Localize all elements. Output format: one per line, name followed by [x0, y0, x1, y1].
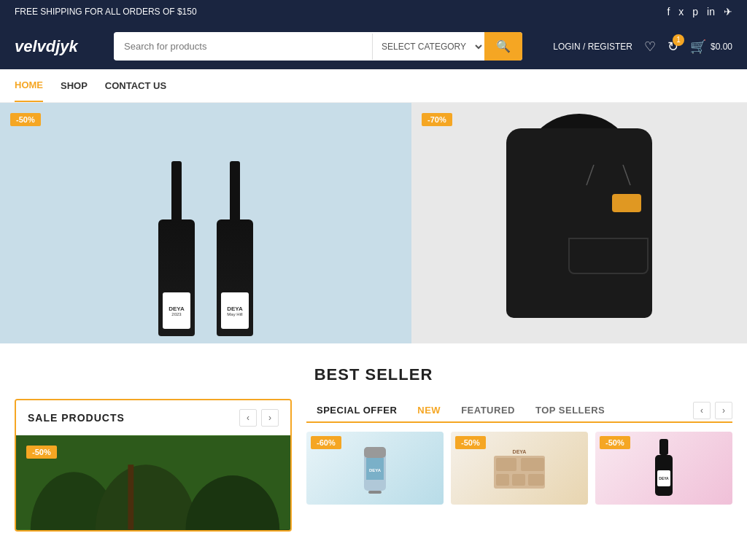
- wine-bottles: DEYA 2023 DEYA May Hill: [151, 161, 260, 343]
- hero-right-badge: -70%: [422, 113, 452, 126]
- tab-special-offer[interactable]: SPECIAL OFFER: [306, 399, 407, 423]
- svg-line-1: [623, 165, 630, 185]
- main-nav: HOME SHOP CONTACT US: [0, 69, 747, 103]
- search-bar: SELECT CATEGORY 🔍: [114, 32, 522, 61]
- svg-text:DEYA: DEYA: [513, 449, 527, 454]
- svg-rect-6: [128, 464, 133, 529]
- hero-section: -50% DEYA 2023 DEYA May Hill: [0, 103, 747, 343]
- header-actions: LOGIN / REGISTER ♡ ↻ 1 🛒 $0.00: [553, 39, 732, 55]
- hoodie-pocket: [568, 238, 649, 274]
- product-2-badge: -50%: [455, 436, 486, 449]
- tab-top-sellers[interactable]: TOP SELLERS: [525, 399, 615, 421]
- hero-left-badge: -50%: [10, 113, 41, 126]
- search-button[interactable]: 🔍: [484, 32, 522, 61]
- nav-item-shop[interactable]: SHOP: [61, 70, 88, 101]
- sale-products-panel: SALE PRODUCTS ‹ › -50%: [15, 399, 292, 532]
- bottle-neck-1: [171, 161, 182, 219]
- product-card-2[interactable]: -50% DEYA: [451, 432, 588, 505]
- special-offer-arrows: ‹ ›: [693, 402, 732, 419]
- cart-button[interactable]: 🛒 $0.00: [690, 39, 732, 55]
- product-card-1[interactable]: -60% DEYA: [306, 432, 444, 505]
- nav-item-contact[interactable]: CONTACT US: [105, 70, 166, 101]
- search-input[interactable]: [114, 34, 372, 59]
- svg-rect-13: [496, 458, 516, 471]
- cart-icon: 🛒: [690, 39, 706, 55]
- chocolate-svg: DEYA: [490, 445, 549, 492]
- login-register-link[interactable]: LOGIN / REGISTER: [553, 42, 632, 52]
- hoodie-logo-badge: [612, 194, 641, 212]
- compare-button[interactable]: ↻ 1: [667, 39, 678, 55]
- bottle-body-1: DEYA 2023: [158, 219, 195, 336]
- sale-products-title: SALE PRODUCTS: [28, 412, 125, 424]
- tab-new[interactable]: NEW: [407, 399, 451, 421]
- svg-rect-17: [528, 474, 544, 486]
- svg-text:DEYA: DEYA: [369, 468, 382, 472]
- hoodie-image: [477, 114, 681, 332]
- top-bar: FREE SHIPPING FOR ALL ORDERS OF $150 f x…: [0, 0, 747, 23]
- product-cards: -60% DEYA -50%: [306, 432, 732, 505]
- sale-products-nav: ‹ ›: [239, 409, 279, 427]
- svg-rect-15: [496, 474, 509, 486]
- special-offer-prev[interactable]: ‹: [693, 402, 711, 419]
- sale-products-prev[interactable]: ‹: [239, 409, 257, 427]
- svg-rect-16: [512, 474, 525, 486]
- svg-line-0: [587, 165, 594, 185]
- social-icons: f x p in ✈: [667, 6, 732, 18]
- wishlist-button[interactable]: ♡: [644, 39, 656, 55]
- beer-can-svg: DEYA: [357, 441, 393, 496]
- product-1-badge: -60%: [311, 436, 341, 449]
- wine-bottle-svg: DEYA: [649, 438, 678, 499]
- nav-item-home[interactable]: HOME: [15, 69, 43, 102]
- product-3-badge: -50%: [600, 436, 630, 449]
- twitter-x-icon[interactable]: x: [678, 6, 684, 18]
- best-seller-title: BEST SELLER: [15, 365, 732, 384]
- cart-price: $0.00: [711, 42, 732, 52]
- bottle-label-2: DEYA May Hill: [221, 292, 249, 329]
- facebook-icon[interactable]: f: [667, 6, 670, 18]
- telegram-icon[interactable]: ✈: [724, 6, 732, 18]
- tab-featured[interactable]: FEATURED: [451, 399, 525, 421]
- header: velvdjyk SELECT CATEGORY 🔍 LOGIN / REGIS…: [0, 23, 747, 69]
- linkedin-icon[interactable]: in: [707, 6, 715, 18]
- product-card-3[interactable]: -50% DEYA: [595, 432, 732, 505]
- bottle-neck-2: [230, 161, 240, 219]
- hoodie-drawstring: [565, 165, 652, 187]
- special-offer-tabs: SPECIAL OFFER NEW FEATURED TOP SELLERS ‹…: [306, 399, 732, 423]
- svg-rect-19: [659, 439, 668, 455]
- sale-products-header: SALE PRODUCTS ‹ ›: [16, 400, 290, 435]
- hero-right: -70%: [411, 103, 747, 343]
- special-offer-panel: SPECIAL OFFER NEW FEATURED TOP SELLERS ‹…: [306, 399, 732, 532]
- hero-left: -50% DEYA 2023 DEYA May Hill: [0, 103, 411, 343]
- category-select[interactable]: SELECT CATEGORY: [372, 34, 484, 60]
- svg-text:DEYA: DEYA: [659, 476, 669, 481]
- svg-rect-8: [364, 447, 386, 458]
- bottom-grid: SALE PRODUCTS ‹ › -50% SPECIAL OFFER NEW…: [0, 392, 747, 546]
- top-bar-message: FREE SHIPPING FOR ALL ORDERS OF $150: [15, 7, 667, 17]
- sale-product-bg-svg: [16, 435, 290, 530]
- svg-rect-14: [521, 458, 544, 471]
- sale-products-next[interactable]: ›: [261, 409, 279, 427]
- sale-product-image: -50%: [16, 435, 290, 530]
- svg-rect-11: [368, 491, 382, 494]
- sale-product-badge: -50%: [26, 446, 57, 459]
- bottle-body-2: DEYA May Hill: [217, 219, 253, 336]
- compare-badge: 1: [673, 34, 684, 46]
- best-seller-section: BEST SELLER: [0, 343, 747, 392]
- bottle-1: DEYA 2023: [151, 161, 202, 336]
- hoodie-body: [506, 128, 652, 318]
- pinterest-icon[interactable]: p: [692, 6, 698, 18]
- bottle-2: DEYA May Hill: [209, 161, 260, 336]
- logo[interactable]: velvdjyk: [15, 37, 102, 56]
- special-offer-next[interactable]: ›: [715, 402, 732, 419]
- bottle-label-1: DEYA 2023: [163, 292, 190, 329]
